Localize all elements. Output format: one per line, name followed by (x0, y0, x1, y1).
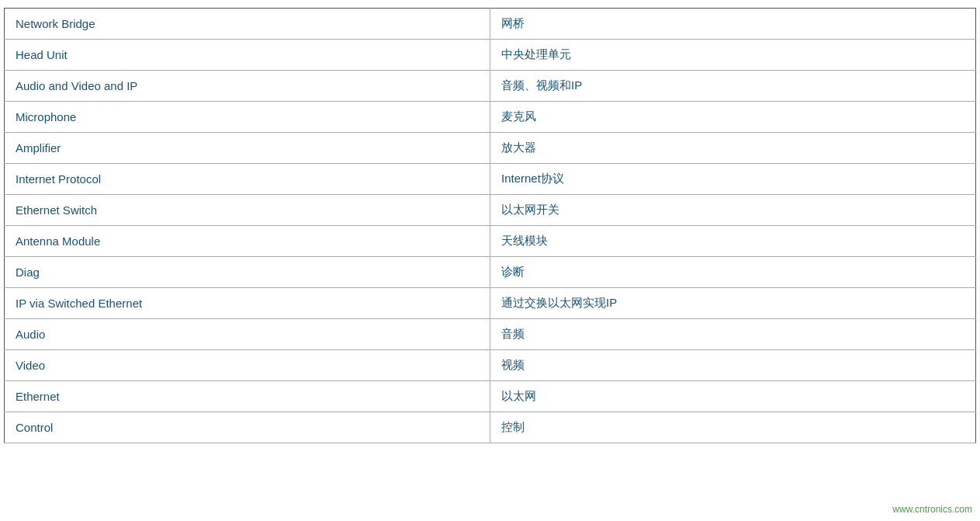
english-term: Antenna Module (5, 226, 490, 257)
chinese-term: 麦克风 (490, 102, 976, 133)
english-term: Audio (5, 319, 490, 350)
chinese-term: 以太网 (490, 381, 976, 412)
english-term: Ethernet Switch (5, 195, 490, 226)
table-row: Video视频 (5, 350, 976, 381)
english-term: Diag (5, 257, 490, 288)
table-row: Microphone麦克风 (5, 102, 976, 133)
chinese-term: 音频 (490, 319, 976, 350)
chinese-term: 放大器 (490, 133, 976, 164)
english-term: Head Unit (5, 40, 490, 71)
chinese-term: 通过交换以太网实现IP (490, 288, 976, 319)
chinese-term: Internet协议 (490, 164, 976, 195)
table-container: Network Bridge网桥Head Unit中央处理单元Audio and… (0, 0, 980, 467)
table-row: Amplifier放大器 (5, 133, 976, 164)
chinese-term: 天线模块 (490, 226, 976, 257)
chinese-term: 控制 (490, 412, 976, 443)
table-row: Ethernet以太网 (5, 381, 976, 412)
table-row: Internet ProtocolInternet协议 (5, 164, 976, 195)
english-term: Amplifier (5, 133, 490, 164)
english-term: IP via Switched Ethernet (5, 288, 490, 319)
chinese-term: 诊断 (490, 257, 976, 288)
table-row: Audio and Video and IP音频、视频和IP (5, 71, 976, 102)
chinese-term: 中央处理单元 (490, 40, 976, 71)
table-row: IP via Switched Ethernet通过交换以太网实现IP (5, 288, 976, 319)
translation-table: Network Bridge网桥Head Unit中央处理单元Audio and… (4, 8, 976, 443)
chinese-term: 音频、视频和IP (490, 71, 976, 102)
chinese-term: 网桥 (490, 9, 976, 40)
table-row: Diag诊断 (5, 257, 976, 288)
english-term: Network Bridge (5, 9, 490, 40)
english-term: Control (5, 412, 490, 443)
table-row: Ethernet Switch以太网开关 (5, 195, 976, 226)
table-row: Antenna Module天线模块 (5, 226, 976, 257)
table-row: Head Unit中央处理单元 (5, 40, 976, 71)
table-row: Audio音频 (5, 319, 976, 350)
table-row: Network Bridge网桥 (5, 9, 976, 40)
english-term: Ethernet (5, 381, 490, 412)
chinese-term: 视频 (490, 350, 976, 381)
english-term: Internet Protocol (5, 164, 490, 195)
english-term: Microphone (5, 102, 490, 133)
watermark: www.cntronics.com (892, 504, 972, 515)
table-row: Control控制 (5, 412, 976, 443)
chinese-term: 以太网开关 (490, 195, 976, 226)
english-term: Audio and Video and IP (5, 71, 490, 102)
english-term: Video (5, 350, 490, 381)
